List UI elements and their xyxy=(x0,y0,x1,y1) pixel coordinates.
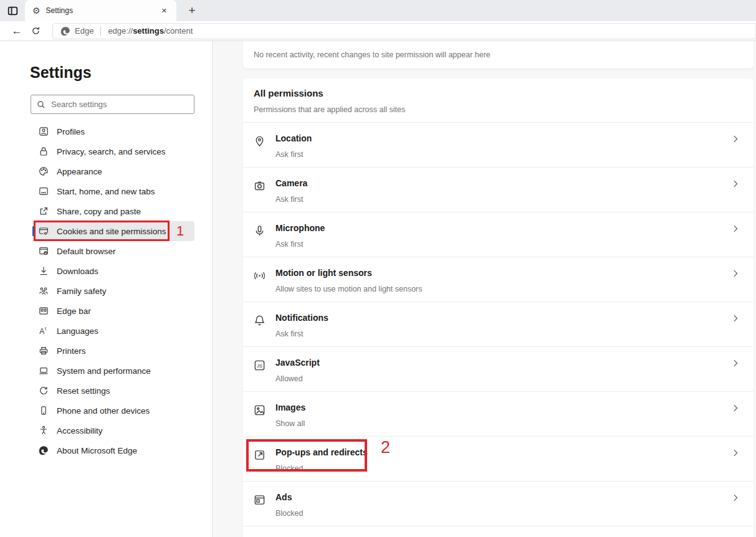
profiles-icon xyxy=(39,126,49,136)
recent-activity-card: No recent activity, recent changes to si… xyxy=(243,41,754,69)
permission-title: Ads xyxy=(275,492,292,502)
chevron-right-icon xyxy=(731,269,740,278)
settings-sidebar: Settings ProfilesPrivacy, search, and se… xyxy=(0,41,213,537)
sidebar-item-label: Accessibility xyxy=(57,426,103,435)
images-icon xyxy=(254,404,266,416)
annotation-number-2: 2 xyxy=(381,438,390,457)
sidebar-item-label: Languages xyxy=(57,326,98,336)
svg-text:JS: JS xyxy=(257,363,262,369)
permission-title: Pop-ups and redirects xyxy=(275,447,368,457)
sidebar-nav: ProfilesPrivacy, search, and servicesApp… xyxy=(0,121,212,460)
svg-text:t: t xyxy=(45,326,47,331)
sidebar-item-cookies-and-site-permissions[interactable]: Cookies and site permissions1 xyxy=(32,221,194,241)
sidebar-title: Settings xyxy=(30,64,212,82)
settings-search-box[interactable] xyxy=(31,95,194,114)
chevron-right-icon xyxy=(731,314,740,323)
sidebar-item-profiles[interactable]: Profiles xyxy=(32,121,194,141)
permission-status: Ask first xyxy=(275,150,303,159)
permission-title: Images xyxy=(275,402,305,412)
sidebar-item-label: Default browser xyxy=(57,247,116,256)
permission-title: Motion or light sensors xyxy=(275,268,372,278)
sidebar-item-system-and-performance[interactable]: System and performance xyxy=(32,361,194,381)
tab-title: Settings xyxy=(46,6,158,15)
browser-window: ⚙ Settings ✕ + ← Edge edge://settings/co… xyxy=(0,0,756,537)
sidebar-item-printers[interactable]: Printers xyxy=(32,341,194,361)
chevron-right-icon xyxy=(731,135,740,143)
permission-row-microphone[interactable]: MicrophoneAsk first xyxy=(243,212,754,257)
sidebar-item-family-safety[interactable]: Family safety xyxy=(32,281,194,301)
permission-title: Notifications xyxy=(275,313,328,323)
all-permissions-card: All permissions Permissions that are app… xyxy=(243,78,754,537)
permission-status: Blocked xyxy=(275,464,303,473)
permission-row-camera[interactable]: CameraAsk first xyxy=(243,168,754,212)
sidebar-item-reset-settings[interactable]: Reset settings xyxy=(32,381,194,401)
all-permissions-header: All permissions Permissions that are app… xyxy=(243,78,754,123)
privacy-icon xyxy=(39,146,49,156)
reset-settings-icon xyxy=(39,386,49,396)
browser-toolbar: ← Edge edge://settings/content xyxy=(0,21,756,41)
permission-status: Allowed xyxy=(275,374,303,383)
permission-status: Ask first xyxy=(275,240,303,249)
sidebar-item-start-home-and-new-tabs[interactable]: Start, home, and new tabs xyxy=(32,181,194,201)
sidebar-item-label: Downloads xyxy=(57,267,98,276)
all-permissions-title: All permissions xyxy=(254,88,743,98)
permission-row-javascript[interactable]: JSJavaScriptAllowed xyxy=(243,347,754,392)
permission-row-notifications[interactable]: NotificationsAsk first xyxy=(243,302,754,347)
permission-row-pop-ups-and-redirects[interactable]: Pop-ups and redirectsBlocked2 xyxy=(243,437,754,482)
sidebar-item-phone-and-other-devices[interactable]: Phone and other devices xyxy=(32,401,194,421)
site-label: Edge xyxy=(75,26,93,36)
permission-title: JavaScript xyxy=(275,358,320,368)
refresh-icon xyxy=(31,26,41,36)
sidebar-item-about-microsoft-edge[interactable]: About Microsoft Edge xyxy=(32,440,194,460)
sidebar-item-label: Phone and other devices xyxy=(57,406,150,416)
sidebar-item-languages[interactable]: AtLanguages xyxy=(32,321,194,341)
sidebar-item-share-copy-and-paste[interactable]: Share, copy and paste xyxy=(32,201,194,221)
tab-actions-button[interactable] xyxy=(0,0,25,21)
site-chip: Edge xyxy=(60,26,93,36)
sidebar-item-label: Reset settings xyxy=(57,386,110,396)
camera-icon xyxy=(254,180,266,192)
permission-row-location[interactable]: LocationAsk first xyxy=(243,123,754,168)
default-browser-icon xyxy=(39,246,49,256)
phone-devices-icon xyxy=(39,406,49,416)
permission-status: Blocked xyxy=(275,509,303,518)
tab-close-icon[interactable]: ✕ xyxy=(158,5,170,17)
permission-status: Ask first xyxy=(275,195,303,204)
address-separator xyxy=(100,26,101,36)
new-tab-button[interactable]: + xyxy=(183,0,201,21)
edge-bar-icon xyxy=(39,306,49,316)
refresh-button[interactable] xyxy=(26,22,45,40)
start-home-icon xyxy=(39,186,49,196)
sidebar-item-accessibility[interactable]: Accessibility xyxy=(32,421,194,440)
sidebar-item-edge-bar[interactable]: Edge bar xyxy=(32,301,194,321)
permission-status: Show all xyxy=(275,419,305,428)
languages-icon: At xyxy=(39,326,49,336)
all-permissions-subtitle: Permissions that are applied across all … xyxy=(254,105,743,114)
back-button[interactable]: ← xyxy=(7,22,26,40)
appearance-icon xyxy=(39,166,49,176)
sidebar-item-default-browser[interactable]: Default browser xyxy=(32,241,194,261)
system-performance-icon xyxy=(39,366,49,376)
permission-title: Camera xyxy=(275,178,307,188)
browser-tab-settings[interactable]: ⚙ Settings ✕ xyxy=(25,0,176,21)
settings-main-panel: No recent activity, recent changes to si… xyxy=(213,41,756,537)
sidebar-item-label: Appearance xyxy=(57,167,102,176)
search-input[interactable] xyxy=(51,100,188,109)
recent-activity-note: No recent activity, recent changes to si… xyxy=(254,50,490,59)
sidebar-item-label: About Microsoft Edge xyxy=(57,446,137,455)
sidebar-item-label: Share, copy and paste xyxy=(57,207,141,216)
microphone-icon xyxy=(254,225,266,237)
sidebar-item-appearance[interactable]: Appearance xyxy=(32,161,194,181)
share-icon xyxy=(39,206,49,216)
chevron-right-icon xyxy=(731,449,740,457)
permission-row-images[interactable]: ImagesShow all xyxy=(243,392,754,437)
permission-row-motion-or-light-sensors[interactable]: Motion or light sensorsAllow sites to us… xyxy=(243,257,754,302)
motion-sensors-icon xyxy=(254,270,266,282)
permission-row-ads[interactable]: AdsBlocked xyxy=(243,482,754,526)
sidebar-item-label: Edge bar xyxy=(57,307,91,316)
printers-icon xyxy=(39,346,49,356)
sidebar-item-privacy-search-and-services[interactable]: Privacy, search, and services xyxy=(32,141,194,161)
sidebar-item-downloads[interactable]: Downloads xyxy=(32,261,194,281)
address-bar[interactable]: Edge edge://settings/content xyxy=(52,23,756,39)
site-permissions-icon xyxy=(39,226,49,236)
